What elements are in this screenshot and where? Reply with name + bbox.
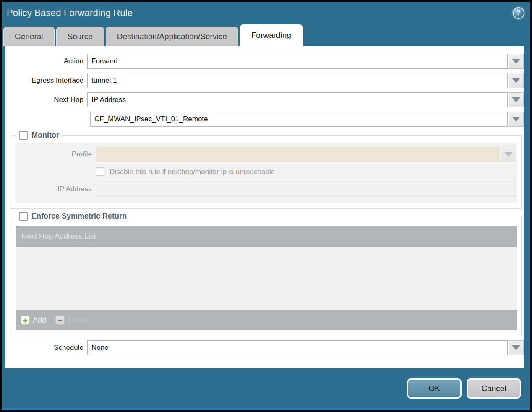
next-hop-address-list-table: Next Hop Address List + Add − Delete — [16, 226, 517, 330]
add-button[interactable]: + Add — [21, 316, 46, 325]
action-label: Action — [5, 57, 87, 65]
egress-interface-label: Egress Interface — [5, 76, 87, 85]
disable-rule-checkbox — [96, 167, 104, 176]
schedule-dropdown-button[interactable] — [509, 340, 524, 355]
next-hop-address-list-toolbar: + Add − Delete — [16, 310, 517, 330]
forwarding-tab-panel: Action Egress Interface Next Hop — [5, 46, 524, 368]
next-hop-row: Next Hop — [5, 92, 524, 107]
action-dropdown-button[interactable] — [509, 54, 524, 69]
title-bar: Policy Based Forwarding Rule ? — [2, 2, 530, 24]
profile-input — [96, 147, 500, 162]
egress-interface-combo — [87, 73, 524, 88]
chevron-down-icon — [504, 152, 513, 157]
next-hop-address-row — [5, 112, 524, 127]
symmetric-return-legend-label: Enforce Symmetric Return — [31, 212, 127, 221]
profile-label: Profile — [15, 150, 96, 159]
schedule-combo — [87, 340, 524, 355]
schedule-input[interactable] — [87, 340, 508, 355]
delete-button-label: Delete — [68, 316, 89, 325]
profile-dropdown-button — [501, 147, 516, 162]
help-icon[interactable]: ? — [513, 7, 524, 19]
action-row: Action — [5, 54, 524, 69]
next-hop-type-input[interactable] — [87, 92, 508, 107]
tab-destination-application-service[interactable]: Destination/Application/Service — [106, 27, 238, 46]
next-hop-address-list-header: Next Hop Address List — [16, 226, 517, 247]
dialog-footer: OK Cancel — [2, 368, 530, 408]
next-hop-address-list-body[interactable] — [16, 247, 517, 310]
monitor-section: Monitor Profile Disable this rule if nex… — [11, 131, 522, 209]
delete-button: − Delete — [55, 316, 89, 325]
monitor-panel: Profile Disable this rule if nexthop/mon… — [15, 143, 517, 203]
monitor-ip-address-row: IP Address — [15, 182, 516, 197]
tab-forwarding[interactable]: Forwarding — [240, 24, 303, 46]
plus-icon: + — [21, 316, 30, 325]
egress-interface-dropdown-button[interactable] — [509, 73, 524, 88]
profile-combo — [96, 147, 516, 162]
cancel-button[interactable]: Cancel — [467, 378, 521, 399]
monitor-legend: Monitor — [16, 131, 62, 140]
chevron-down-icon — [512, 117, 520, 122]
schedule-row: Schedule — [5, 340, 524, 355]
action-input[interactable] — [87, 54, 508, 69]
egress-interface-row: Egress Interface — [5, 73, 524, 88]
next-hop-label: Next Hop — [5, 96, 87, 104]
disable-rule-row: Disable this rule if nexthop/monitor ip … — [15, 167, 516, 176]
symmetric-return-section: Enforce Symmetric Return Next Hop Addres… — [11, 212, 522, 336]
action-combo — [87, 54, 524, 69]
chevron-down-icon — [512, 78, 520, 83]
bottom-border-strip — [2, 408, 530, 410]
pbf-rule-dialog: Policy Based Forwarding Rule ? General S… — [0, 0, 532, 412]
disable-rule-label: Disable this rule if nexthop/monitor ip … — [110, 168, 275, 176]
next-hop-type-combo — [87, 92, 524, 107]
chevron-down-icon — [512, 345, 520, 350]
chevron-down-icon — [512, 97, 520, 102]
monitor-ip-address-label: IP Address — [15, 185, 96, 193]
monitor-legend-label: Monitor — [31, 131, 59, 140]
monitor-checkbox[interactable] — [19, 131, 28, 140]
monitor-ip-address-input — [96, 182, 516, 197]
profile-row: Profile — [15, 147, 516, 162]
next-hop-address-dropdown-button[interactable] — [509, 112, 524, 127]
tab-bar: General Source Destination/Application/S… — [2, 24, 530, 46]
egress-interface-input[interactable] — [87, 73, 508, 88]
next-hop-address-list-header-label: Next Hop Address List — [21, 232, 96, 241]
next-hop-type-dropdown-button[interactable] — [509, 92, 524, 107]
schedule-label: Schedule — [5, 344, 87, 352]
tab-general[interactable]: General — [3, 27, 55, 46]
symmetric-return-checkbox[interactable] — [19, 212, 28, 221]
chevron-down-icon — [512, 59, 520, 64]
add-button-label: Add — [33, 316, 46, 325]
symmetric-return-legend: Enforce Symmetric Return — [16, 212, 130, 221]
next-hop-address-input[interactable] — [90, 112, 508, 127]
dialog-title: Policy Based Forwarding Rule — [7, 8, 133, 18]
monitor-ip-address-wrap — [96, 182, 516, 197]
minus-icon: − — [55, 316, 65, 325]
ok-button[interactable]: OK — [407, 378, 462, 399]
tab-source[interactable]: Source — [56, 27, 104, 46]
next-hop-address-combo — [87, 112, 524, 127]
